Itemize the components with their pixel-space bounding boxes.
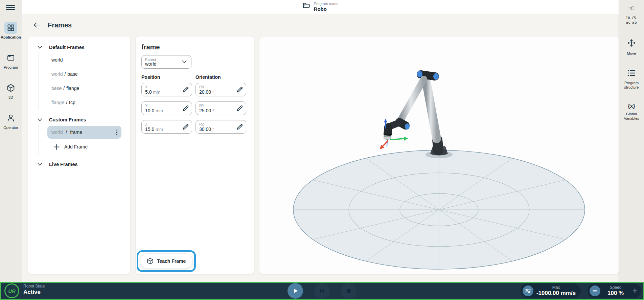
joint-blue-cap (433, 73, 439, 80)
variables-icon: {x} (628, 103, 635, 109)
joint-blue-cap (405, 123, 410, 130)
position-z-field: Z15.0mm (141, 120, 192, 134)
3d-scene (259, 37, 619, 274)
edit-pencil-icon[interactable] (235, 122, 244, 131)
program-name-block[interactable]: Program name Robo (302, 2, 339, 12)
tree-item-flange[interactable]: base / flange (47, 81, 121, 95)
chevron-down-icon (37, 45, 43, 49)
sidebar-item-application[interactable]: Application (0, 22, 22, 39)
max-label: Max (535, 285, 577, 290)
move-arrows-icon (627, 39, 636, 49)
transport-controls (288, 283, 356, 299)
move-label: Move (627, 51, 636, 56)
program-name-value: Robo (314, 6, 339, 12)
minus-icon (593, 290, 597, 292)
add-frame-button[interactable]: Add Frame (51, 139, 90, 154)
speed-increase-button[interactable]: + (631, 286, 639, 296)
sidebar-item-label: Application (1, 35, 21, 39)
global-variables-button[interactable]: {x} Global Variables (619, 103, 644, 121)
orientation-ry-field: RY25.00° (196, 101, 246, 115)
sidebar-item-program[interactable]: Program (0, 52, 22, 69)
position-x-field: X5.0mm (141, 83, 192, 96)
stop-icon (345, 287, 352, 294)
robot-state-block[interactable]: Robot State Active (23, 284, 45, 296)
default-frames-header[interactable]: Default Frames (28, 43, 130, 51)
tree-item-tcp[interactable]: flange / tcp (47, 95, 121, 110)
max-speed-pill[interactable]: Max -1000.00 mm/s (521, 283, 581, 298)
orientation-rx-field: RX20.00° (196, 83, 246, 96)
parent-frame-select[interactable]: Parent world (141, 55, 191, 69)
list-icon (627, 69, 636, 78)
program-structure-label: Program structure (620, 81, 643, 90)
tree-item-frame-selected[interactable]: world / frame (47, 126, 121, 139)
max-value: -1000.00 mm/s (535, 290, 577, 296)
page-header: Frames (33, 21, 72, 29)
robot-state-value: Active (23, 289, 45, 296)
speed-pill: Speed 100 % + (588, 283, 641, 298)
robot-state-label: Robot State (23, 284, 45, 289)
orientation-header: Orientation (196, 74, 246, 80)
sidebar-item-3d[interactable]: 3D (0, 82, 22, 99)
sidebar-item-label: Program (4, 65, 18, 69)
hand-icon: ☜ (627, 4, 636, 13)
page-title: Frames (48, 21, 72, 29)
kebab-menu-icon[interactable] (115, 128, 119, 137)
z-axis-arrow (384, 119, 387, 122)
cube-icon (4, 82, 17, 94)
plus-icon (53, 144, 60, 150)
sidebar-item-operator[interactable]: Operator (0, 112, 22, 130)
teach-frame-button[interactable]: Teach Frame (140, 254, 192, 269)
edit-pencil-icon[interactable] (181, 85, 190, 94)
speed-value: 100 % (602, 290, 629, 296)
orientation-rz-field: RZ30.00° (196, 120, 246, 134)
position-y-field: Y10.0mm (141, 101, 192, 115)
tree-item-world[interactable]: world (47, 53, 121, 67)
top-bar: Program name Robo (22, 0, 619, 14)
global-variables-label: Global Variables (621, 112, 642, 121)
tree-item-base[interactable]: world / base (47, 67, 121, 81)
skip-next-button[interactable] (314, 283, 330, 299)
floor-disc (293, 150, 585, 269)
hamburger-menu-button[interactable] (5, 3, 16, 10)
skip-next-icon (319, 287, 325, 294)
play-icon (292, 287, 299, 294)
bottom-bar: UR Robot State Active Max -1000.00 (0, 282, 644, 300)
operator-person-icon (4, 112, 17, 124)
robot-arm (384, 71, 453, 158)
play-button[interactable] (288, 283, 303, 299)
hamburger-icon (6, 5, 15, 6)
default-frames-group: world world / base base / flange flange … (39, 51, 130, 110)
custom-frames-header[interactable]: Custom Frames (28, 116, 130, 124)
application-grid-icon (4, 22, 17, 34)
sidebar-item-label: 3D (8, 95, 13, 99)
chevron-down-icon (37, 118, 43, 122)
teach-frame-focus-ring: Teach Frame (137, 250, 196, 272)
folder-icon (302, 2, 310, 11)
edit-pencil-icon[interactable] (181, 122, 190, 131)
frame-properties-panel: frame Parent world Position Orientation … (136, 37, 254, 274)
live-frames-header[interactable]: Live Frames (28, 160, 130, 168)
speed-decrease-button[interactable] (590, 285, 600, 296)
safety-checksum[interactable]: ☜ fa 76 ac a5 (619, 5, 644, 25)
move-panel-button[interactable]: Move (619, 39, 644, 56)
edit-pencil-icon[interactable] (235, 104, 244, 113)
3d-viewport[interactable] (259, 37, 619, 274)
edit-pencil-icon[interactable] (235, 85, 244, 94)
joint-blue-cap (417, 71, 422, 77)
program-name-label: Program name (314, 2, 339, 6)
right-sidebar: ☜ fa 76 ac a5 Move Program structure {x}… (619, 0, 644, 282)
speed-label: Speed (602, 285, 629, 290)
speed-settings-button[interactable] (523, 285, 533, 296)
program-window-icon (4, 52, 17, 64)
position-header: Position (141, 74, 192, 80)
sidebar-item-label: Operator (3, 125, 18, 130)
stop-button[interactable] (341, 283, 356, 299)
left-sidebar: Application Program 3D (0, 0, 22, 282)
program-structure-button[interactable]: Program structure (619, 69, 644, 90)
chevron-down-icon (37, 162, 43, 166)
back-button[interactable] (33, 21, 41, 29)
frame-name-title: frame (141, 43, 248, 51)
chevron-down-icon (182, 60, 187, 64)
edit-pencil-icon[interactable] (181, 104, 190, 113)
cube-icon (147, 258, 154, 264)
